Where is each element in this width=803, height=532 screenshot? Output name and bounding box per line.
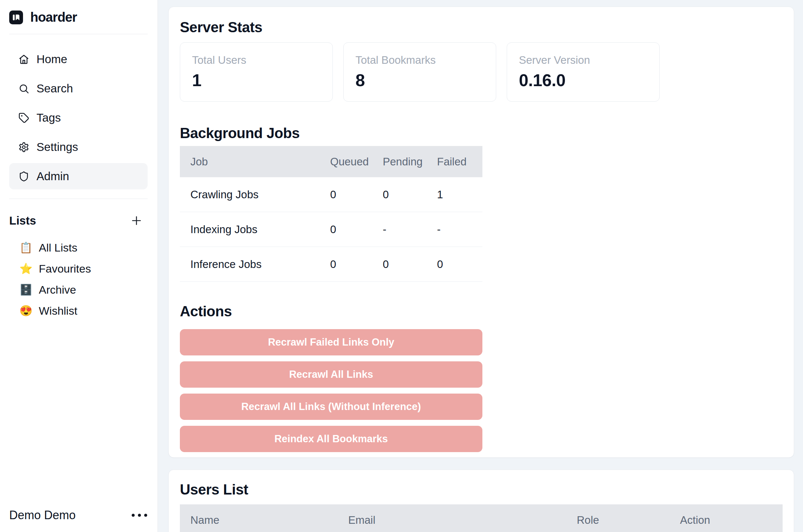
background-jobs-title: Background Jobs (180, 125, 783, 142)
job-failed: - (426, 223, 482, 236)
plus-icon (131, 215, 142, 227)
list-item-label: Favourites (39, 262, 91, 275)
sidebar-divider-top (9, 34, 148, 34)
user-name: Demo Demo (9, 508, 76, 522)
column-header-role: Role (566, 514, 669, 527)
stat-label: Server Version (519, 54, 648, 66)
home-icon (18, 54, 29, 65)
hoarder-bookmark-icon (9, 11, 23, 24)
heart-eyes-emoji-icon: 😍 (19, 304, 33, 317)
admin-panel-card: Server Stats Total Users 1 Total Bookmar… (168, 6, 794, 458)
job-queued: 0 (320, 188, 372, 201)
actions-title: Actions (180, 303, 783, 320)
app-title: hoarder (30, 10, 77, 25)
sidebar-item-label: Settings (37, 140, 78, 154)
sidebar-item-search[interactable]: Search (9, 75, 148, 101)
list-item-label: Archive (39, 283, 76, 296)
table-row: Crawling Jobs 0 0 1 (180, 177, 482, 212)
sidebar: hoarder Home Search Tags (0, 0, 158, 532)
column-header-action: Action (669, 514, 783, 527)
app-logo[interactable]: hoarder (9, 10, 148, 25)
sidebar-item-tags[interactable]: Tags (9, 104, 148, 131)
server-stats-title: Server Stats (180, 19, 783, 36)
sidebar-item-label: Admin (37, 170, 69, 183)
column-header-job: Job (180, 155, 320, 168)
recrawl-all-links-button[interactable]: Recrawl All Links (180, 361, 482, 388)
lists-header: Lists (9, 213, 148, 228)
column-header-email: Email (338, 514, 566, 527)
sidebar-item-label: Search (37, 82, 73, 95)
sidebar-divider-lists (9, 198, 148, 199)
sidebar-item-home[interactable]: Home (9, 46, 148, 72)
stat-card-server-version: Server Version 0.16.0 (507, 42, 659, 101)
list-item-favourites[interactable]: ⭐ Favourites (9, 258, 148, 279)
users-list-card: Users List Name Email Role Action (168, 470, 794, 532)
reindex-all-bookmarks-button[interactable]: Reindex All Bookmarks (180, 426, 482, 452)
add-list-button[interactable] (129, 213, 144, 228)
column-header-queued: Queued (320, 155, 372, 168)
job-pending: 0 (372, 188, 426, 201)
star-emoji-icon: ⭐ (19, 262, 33, 275)
sidebar-item-admin[interactable]: Admin (9, 163, 148, 189)
sidebar-user-row: Demo Demo (9, 508, 148, 522)
stat-label: Total Users (192, 54, 321, 66)
list-item-all-lists[interactable]: 📋 All Lists (9, 237, 148, 258)
recrawl-all-links-without-inference-button[interactable]: Recrawl All Links (Without Inference) (180, 394, 482, 420)
sidebar-item-label: Home (37, 53, 67, 66)
column-header-name: Name (180, 514, 338, 527)
job-pending: 0 (372, 258, 426, 271)
users-table-header: Name Email Role Action (180, 505, 783, 532)
search-icon (18, 83, 29, 94)
stat-label: Total Bookmarks (356, 54, 484, 66)
stat-value: 1 (192, 70, 321, 90)
background-jobs-table: Job Queued Pending Failed Crawling Jobs … (180, 146, 482, 282)
sidebar-item-label: Tags (37, 111, 61, 124)
stat-card-total-users: Total Users 1 (180, 42, 333, 101)
users-list-title: Users List (180, 481, 783, 498)
main-content: Server Stats Total Users 1 Total Bookmar… (158, 0, 803, 532)
table-row: Indexing Jobs 0 - - (180, 212, 482, 247)
list-item-label: All Lists (39, 241, 77, 254)
server-stats-cards: Total Users 1 Total Bookmarks 8 Server V… (180, 42, 783, 101)
clipboard-emoji-icon: 📋 (19, 241, 33, 254)
gear-icon (18, 142, 29, 153)
job-failed: 0 (426, 258, 482, 271)
recrawl-failed-links-button[interactable]: Recrawl Failed Links Only (180, 329, 482, 356)
column-header-pending: Pending (372, 155, 426, 168)
list-item-wishlist[interactable]: 😍 Wishlist (9, 300, 148, 321)
table-row: Inference Jobs 0 0 0 (180, 247, 482, 282)
actions-buttons: Recrawl Failed Links Only Recrawl All Li… (180, 329, 482, 452)
stat-value: 0.16.0 (519, 70, 648, 90)
user-menu-button[interactable] (131, 513, 148, 517)
job-failed: 1 (426, 188, 482, 201)
job-queued: 0 (320, 223, 372, 236)
list-item-label: Wishlist (39, 304, 77, 317)
list-item-archive[interactable]: 🗄️ Archive (9, 279, 148, 300)
job-name: Inference Jobs (180, 258, 320, 271)
jobs-table-header: Job Queued Pending Failed (180, 146, 482, 177)
ellipsis-icon (131, 513, 148, 517)
stat-value: 8 (356, 70, 484, 90)
job-name: Crawling Jobs (180, 188, 320, 201)
job-pending: - (372, 223, 426, 236)
lists-items: 📋 All Lists ⭐ Favourites 🗄️ Archive 😍 Wi… (9, 237, 148, 321)
column-header-failed: Failed (426, 155, 482, 168)
sidebar-nav: Home Search Tags Settings (9, 46, 148, 189)
lists-title: Lists (9, 214, 36, 227)
sidebar-item-settings[interactable]: Settings (9, 134, 148, 160)
job-queued: 0 (320, 258, 372, 271)
cabinet-emoji-icon: 🗄️ (19, 283, 33, 296)
stat-card-total-bookmarks: Total Bookmarks 8 (343, 42, 496, 101)
job-name: Indexing Jobs (180, 223, 320, 236)
shield-icon (18, 171, 29, 182)
users-table: Name Email Role Action (180, 505, 783, 532)
tag-icon (18, 112, 29, 123)
